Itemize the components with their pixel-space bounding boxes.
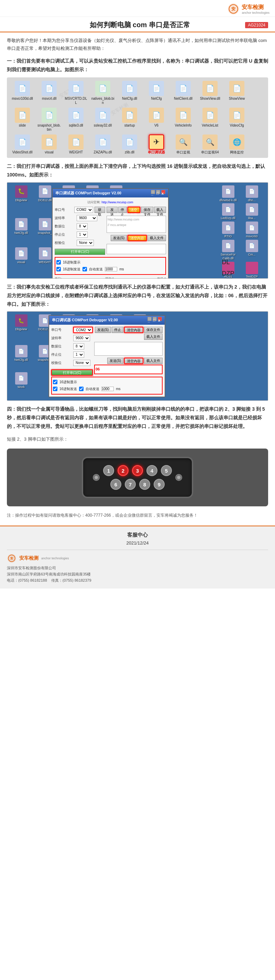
file-icon: 📄 — [229, 81, 245, 96]
send-button[interactable]: 发送(S) — [107, 207, 118, 213]
desktop-item: TestDZP — [241, 262, 263, 278]
desktop-label: Dbgview — [15, 199, 27, 202]
hex-disp-lbl-s3: 16进制显示 — [59, 379, 77, 385]
logo-main-text: 安车检测 — [242, 4, 270, 11]
data-bits-select[interactable]: 8 — [77, 223, 87, 229]
hex-send-cb-s3[interactable] — [53, 387, 57, 391]
clear-rx-button[interactable]: 清空内容 — [127, 207, 140, 213]
baud-select-step3[interactable]: 9600 — [73, 335, 90, 341]
left-screw — [93, 474, 100, 481]
load-file-button-2[interactable]: 载入文件 — [148, 235, 166, 241]
load-btn-s3[interactable]: 载入文件 — [144, 334, 162, 340]
load-file-button[interactable]: 载入文件 — [154, 207, 166, 213]
file-icon: 📄 — [149, 108, 164, 123]
com-debugger-title-step3: 串口调试器 COMPort Debugger V2.00 _ □ x — [49, 316, 165, 325]
file-item: 📄 ShowView — [225, 81, 249, 105]
load-btn2-s3[interactable]: 载入文件 — [144, 358, 162, 364]
clear-tx-btn-s3[interactable]: 清空内容 — [124, 358, 143, 364]
hex-send-checkbox[interactable] — [56, 267, 61, 271]
minimize-button[interactable]: _ — [151, 190, 155, 194]
file-label: ssleay32.dll — [94, 124, 112, 127]
file-item: 📄 VideoShot.dll — [10, 135, 34, 154]
interval-input[interactable] — [105, 267, 117, 271]
logo-subtitle: anchor technologies — [242, 11, 270, 14]
hex-options-panel: 16进制显示 16进制发送 自动发送 ms — [55, 257, 166, 275]
rx-area[interactable]: http://www.mcuisp.com // mcu.antepe — [107, 216, 166, 233]
desktop-icon: 📄 — [15, 345, 27, 357]
com-debugger-window-step3: 串口调试器 COMPort Debugger V2.00 _ □ x 串口号 — [48, 315, 155, 397]
file-item: 📄 sqlite3.dll — [64, 108, 88, 132]
interval-input-s3[interactable] — [102, 387, 114, 391]
send-btn2-s3[interactable]: 发送(S) — [107, 358, 123, 364]
desktop-icon: 📄 — [246, 221, 258, 234]
port-select[interactable]: COM2COM3 — [74, 207, 93, 213]
open-port-button-step3[interactable]: 打开串口(C) — [51, 369, 93, 375]
connector-body: 1 2 3 4 5 6 7 8 9 — [82, 457, 193, 498]
footer-company-name: 深圳市安车检测股份有限公司 — [7, 565, 56, 571]
file-item: 📄 startup — [118, 108, 141, 132]
pins-bottom-row: 6 7 8 9 — [103, 479, 172, 490]
com-port-select-row: 串口号 COM2COM3 获取 — [55, 207, 105, 213]
com-debugger-title-text: 串口调试器 COMPort Debugger V2.00 — [56, 190, 121, 197]
stop-button[interactable]: 停止 — [118, 207, 127, 213]
serial-debugger-item[interactable]: ✈ 串口调试器 — [145, 135, 168, 154]
header: 安 安车检测 anchor technologies — [0, 0, 275, 17]
close-button[interactable]: x — [161, 190, 165, 194]
clear-rx-btn-s3[interactable]: 清空内容 — [124, 327, 143, 333]
rx-area-s3[interactable] — [94, 342, 162, 356]
file-label: VehicleInfo — [175, 124, 192, 127]
rx-url-text: http://www.mcuisp.com — [108, 217, 165, 222]
desktop-icon: 📄 — [15, 247, 27, 260]
file-grid-1: 安车检测 安车检测 📄 msvcr100d.dll 📄 msvcrt.dll 📄… — [7, 77, 268, 158]
send-button-2[interactable]: 发送(S) — [111, 235, 127, 241]
stop-btn-s3[interactable]: 停止 — [112, 327, 123, 333]
data-select-step3[interactable]: 8 — [73, 343, 84, 350]
minimize-btn-step3[interactable]: _ — [148, 317, 152, 321]
desktop-icon: 📄 — [15, 218, 27, 231]
desktop-icon: 📄 — [222, 221, 234, 234]
file-icon: 📄 — [41, 108, 57, 123]
desktop-icon: 📄 — [222, 240, 234, 252]
desktop-icon: 📄 — [246, 240, 258, 252]
footer-logo-subtitle: anchor technologies — [41, 557, 69, 560]
port-select-step3[interactable]: COM2 — [73, 327, 93, 333]
send-btn-s3[interactable]: 发送(S) — [95, 327, 111, 333]
footer-logo-text: 安车检测 — [19, 555, 38, 562]
maximize-btn-step3[interactable]: □ — [153, 317, 157, 321]
save-file-button[interactable]: 保存文件 — [141, 207, 153, 213]
save-btn-s3[interactable]: 保存文件 — [144, 327, 162, 333]
desktop-label: NetCfg.dll — [14, 358, 28, 362]
tx-area[interactable] — [107, 244, 166, 254]
auto-send-cb-s3[interactable] — [79, 387, 84, 391]
parity-select-step3[interactable]: None — [73, 360, 91, 366]
baud-label: 波特率 — [55, 215, 75, 221]
article-id-badge: AG21024 — [245, 22, 268, 28]
hex-disp-cb-s3[interactable] — [53, 380, 57, 384]
file-label: 网络监控 — [230, 150, 244, 154]
file-item: 📄 snapshot_blob.bin — [37, 108, 61, 132]
file-item: 📄 VehicleList — [198, 108, 222, 132]
auto-send-checkbox[interactable] — [83, 267, 87, 271]
desktop-icon: 📄 — [222, 203, 234, 216]
open-port-button[interactable]: 打开串口(C) — [55, 249, 105, 255]
pin-4: 4 — [146, 465, 157, 476]
rx-content: // mcu.antepe — [108, 222, 165, 228]
stop-select-step3[interactable]: 1 — [73, 352, 84, 358]
port-row-step3: 串口号 COM2 — [51, 327, 93, 333]
desktop-item: 🐛 Dbgview — [10, 314, 32, 344]
file-label: WEIGHT — [69, 150, 83, 154]
file-label: NetClient.dll — [174, 97, 192, 101]
tx-content-s3[interactable]: 06 — [94, 364, 162, 374]
maximize-button[interactable]: □ — [156, 190, 160, 194]
com-right-panel: 发送(S) 停止 清空内容 保存文件 载入文件 http://www.mcuis… — [107, 207, 166, 256]
hex-display-checkbox[interactable] — [56, 260, 61, 264]
parity-select[interactable]: None — [77, 240, 94, 246]
baud-select[interactable]: 9600115200 — [77, 215, 97, 221]
stop-bits-select[interactable]: 1 — [77, 232, 87, 238]
step1-heading: 一：我们首先要有串口调试工具，可以从贵站安检工控机工作程序里找到，名称为：串口调… — [7, 57, 268, 74]
tx-count: 发送:0 — [157, 276, 166, 278]
hex-send-s3: 16进制发送 自动发送 ms — [53, 386, 161, 392]
close-btn-step3[interactable]: x — [158, 317, 162, 321]
clear-tx-button[interactable]: 清空内容 — [127, 235, 147, 241]
refresh-button[interactable]: 获取 — [95, 207, 105, 213]
